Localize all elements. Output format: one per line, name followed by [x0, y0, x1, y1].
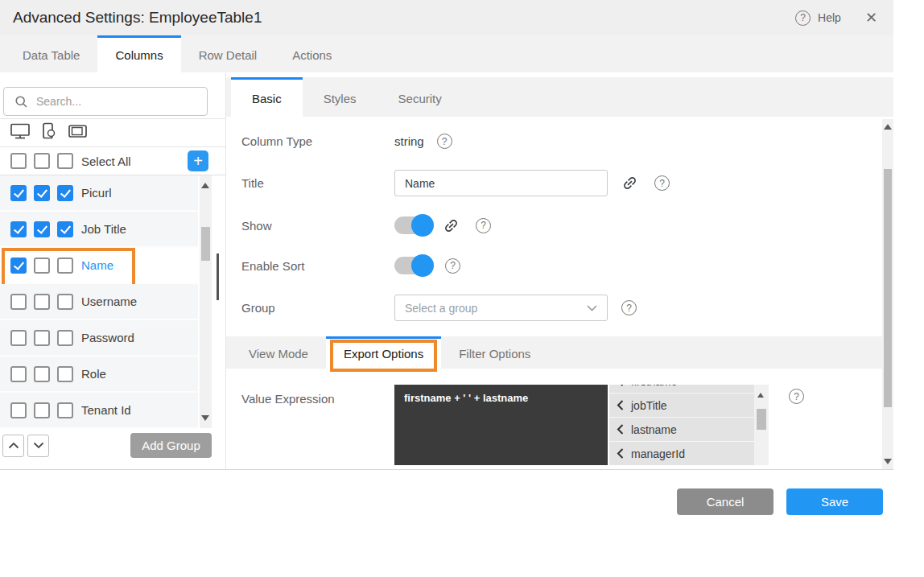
- mobile-icon[interactable]: [40, 122, 58, 140]
- help-label[interactable]: Help: [818, 11, 841, 24]
- field-item-firstname[interactable]: firstname: [609, 385, 754, 394]
- resize-handle[interactable]: [217, 253, 219, 300]
- panel-scrollbar[interactable]: [882, 119, 893, 469]
- tab-export-options[interactable]: Export Options: [326, 336, 441, 369]
- link-icon[interactable]: [443, 217, 460, 234]
- column-label: Username: [81, 295, 137, 308]
- desktop-icon[interactable]: [10, 122, 31, 140]
- checkbox-mobile[interactable]: [34, 185, 50, 201]
- chevron-left-icon: [617, 448, 624, 459]
- tab-basic[interactable]: Basic: [231, 77, 303, 117]
- checkbox-desktop[interactable]: [10, 185, 27, 201]
- help-icon[interactable]: ?: [621, 300, 637, 315]
- columns-sidebar: Select All + Picurl Job Title Name: [0, 72, 226, 469]
- scrollbar-thumb[interactable]: [884, 169, 892, 407]
- scrollbar-thumb[interactable]: [201, 227, 210, 261]
- scroll-up-icon[interactable]: [757, 393, 764, 398]
- close-icon[interactable]: ✕: [865, 9, 877, 27]
- sidebar-item-picurl[interactable]: Picurl: [0, 175, 198, 212]
- sidebar-item-password[interactable]: Password: [0, 320, 198, 357]
- checkbox-tablet[interactable]: [57, 294, 73, 310]
- help-icon[interactable]: ?: [476, 218, 491, 233]
- enable-sort-row: Enable Sort ?: [226, 254, 893, 277]
- tab-styles[interactable]: Styles: [303, 77, 377, 117]
- sidebar-item-tenant-id[interactable]: Tenant Id: [0, 393, 198, 429]
- field-item-lastname[interactable]: lastname: [609, 418, 754, 442]
- sidebar-item-name[interactable]: Name: [0, 248, 198, 284]
- help-icon[interactable]: ?: [654, 175, 670, 191]
- advanced-settings-dialog: Advanced Settings: EmployeeTable1 ? Help…: [0, 0, 893, 470]
- sidebar-item-username[interactable]: Username: [0, 284, 198, 320]
- checkbox-tablet[interactable]: [57, 330, 73, 346]
- chevron-left-icon: [617, 424, 624, 435]
- scroll-up-icon[interactable]: [201, 183, 209, 188]
- sidebar-item-job-title[interactable]: Job Title: [0, 212, 198, 248]
- checkbox-desktop[interactable]: [10, 402, 27, 418]
- scrollbar-thumb[interactable]: [757, 409, 766, 430]
- field-item-jobtitle[interactable]: jobTitle: [609, 394, 754, 418]
- help-icon[interactable]: ?: [789, 389, 804, 404]
- tab-data-table[interactable]: Data Table: [5, 35, 97, 72]
- sub-tab-bar: View Mode Export Options Filter Options: [226, 336, 882, 369]
- column-label: Password: [81, 331, 134, 344]
- select-all-checkbox-desktop[interactable]: [10, 153, 27, 169]
- title-row: Title ?: [226, 170, 893, 196]
- value-expression-editor[interactable]: firstname + ' ' + lastname: [394, 385, 608, 465]
- field-list-scrollbar[interactable]: [754, 385, 769, 465]
- checkbox-mobile[interactable]: [34, 330, 50, 346]
- field-item-label: managerId: [631, 447, 685, 460]
- help-icon[interactable]: ?: [437, 134, 452, 149]
- checkbox-tablet[interactable]: [57, 402, 73, 418]
- checkbox-desktop[interactable]: [10, 221, 27, 237]
- scroll-down-icon[interactable]: [201, 415, 209, 421]
- add-group-button[interactable]: Add Group: [130, 433, 212, 458]
- column-label: Role: [81, 367, 106, 381]
- sidebar-scrollbar[interactable]: [200, 175, 212, 428]
- checkbox-desktop[interactable]: [10, 258, 27, 274]
- scroll-up-icon[interactable]: [884, 124, 892, 130]
- select-all-label: Select All: [81, 155, 131, 168]
- device-column-icons: [10, 122, 89, 140]
- checkbox-desktop[interactable]: [10, 330, 27, 346]
- select-all-checkbox-mobile[interactable]: [34, 153, 50, 169]
- save-button[interactable]: Save: [786, 488, 883, 515]
- checkbox-mobile[interactable]: [34, 366, 50, 382]
- show-toggle[interactable]: [394, 216, 432, 234]
- tab-filter-options[interactable]: Filter Options: [441, 336, 548, 369]
- checkbox-desktop[interactable]: [10, 366, 27, 382]
- checkbox-mobile[interactable]: [34, 258, 50, 274]
- checkbox-tablet[interactable]: [57, 366, 73, 382]
- checkbox-mobile[interactable]: [34, 221, 50, 237]
- checkbox-tablet[interactable]: [57, 185, 73, 201]
- column-type-value: string: [394, 134, 424, 148]
- tablet-icon[interactable]: [68, 122, 89, 140]
- field-item-managerid[interactable]: managerId: [609, 442, 754, 465]
- scroll-down-icon[interactable]: [884, 459, 892, 464]
- title-input[interactable]: [394, 170, 608, 196]
- help-icon[interactable]: ?: [795, 10, 811, 26]
- add-column-button[interactable]: +: [188, 150, 208, 171]
- link-icon[interactable]: [621, 175, 638, 192]
- enable-sort-toggle[interactable]: [394, 257, 432, 274]
- tab-actions[interactable]: Actions: [274, 35, 349, 72]
- search-input[interactable]: [36, 95, 181, 108]
- move-down-button[interactable]: [27, 435, 49, 457]
- checkbox-mobile[interactable]: [34, 294, 50, 310]
- chevron-left-icon: [617, 385, 624, 386]
- tab-row-detail[interactable]: Row Detail: [181, 35, 275, 72]
- tab-security[interactable]: Security: [377, 77, 463, 117]
- tab-columns[interactable]: Columns: [97, 35, 180, 72]
- checkbox-desktop[interactable]: [10, 294, 27, 310]
- group-select[interactable]: Select a group: [394, 295, 608, 321]
- search-box[interactable]: [3, 87, 208, 116]
- cancel-button[interactable]: Cancel: [677, 488, 773, 515]
- select-all-checkbox-tablet[interactable]: [57, 153, 73, 169]
- checkbox-mobile[interactable]: [34, 402, 50, 418]
- move-up-button[interactable]: [2, 435, 24, 457]
- sidebar-item-role[interactable]: Role: [0, 357, 198, 393]
- group-select-placeholder: Select a group: [405, 302, 477, 315]
- checkbox-tablet[interactable]: [57, 258, 73, 274]
- tab-view-mode[interactable]: View Mode: [231, 336, 326, 369]
- help-icon[interactable]: ?: [445, 258, 460, 274]
- checkbox-tablet[interactable]: [57, 221, 73, 237]
